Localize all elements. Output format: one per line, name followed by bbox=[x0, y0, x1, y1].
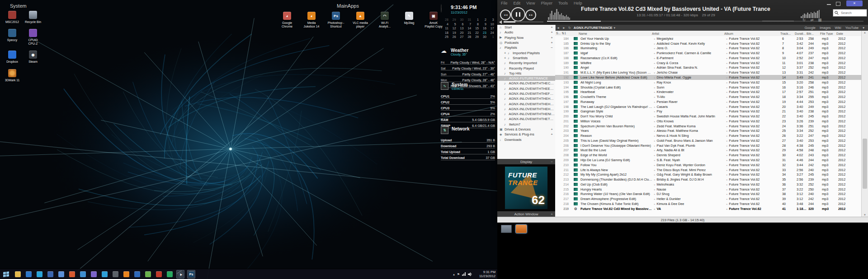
expand-icon[interactable]: + bbox=[551, 41, 555, 45]
network-tray-icon[interactable] bbox=[462, 272, 466, 276]
taskbar-app-icon[interactable] bbox=[90, 270, 98, 279]
taskbar-app-icon[interactable] bbox=[100, 270, 108, 279]
taskbar-app-icon[interactable] bbox=[24, 270, 33, 279]
track-row[interactable]: 186Illuminating+Jens O.+Future Trance Vo… bbox=[555, 46, 862, 51]
expand-icon[interactable]: + bbox=[551, 132, 555, 136]
scroll-down-icon[interactable]: ▼ bbox=[862, 214, 868, 216]
restore-button[interactable] bbox=[836, 2, 840, 6]
breadcrumb[interactable]: AGNX-FUTURETRANCE bbox=[574, 26, 613, 30]
volume-tray-icon[interactable] bbox=[468, 272, 472, 276]
tree-item[interactable]: ↓Downloads bbox=[497, 137, 555, 142]
track-row[interactable]: 213Donnersong (Thunder Buddies) (DJ D.M.… bbox=[555, 177, 862, 182]
track-row[interactable]: 197Runaway+Persian Raver+Future Trance V… bbox=[555, 99, 862, 104]
tree-item[interactable]: ♪AGNX-INLOVEWITHTHECLU... bbox=[497, 81, 555, 86]
track-row[interactable]: 201Million Voices+Otto Knows+Future Tran… bbox=[555, 119, 862, 124]
taskbar-app-icon[interactable] bbox=[79, 270, 87, 279]
search-link-wiki[interactable]: Wiki bbox=[835, 26, 841, 30]
track-row[interactable]: 198The Last Laugh (DJ Gigadance Vs Raind… bbox=[555, 104, 862, 109]
album-art[interactable]: FUTURE TRANCE 62 bbox=[505, 167, 547, 209]
expand-icon[interactable]: + bbox=[551, 36, 555, 40]
desktop-icon-speccy[interactable]: Speccy bbox=[2, 29, 23, 46]
volume-slider[interactable] bbox=[504, 21, 543, 23]
track-row[interactable]: 190Angel+Adrian Sina Feat. Sandra N.+Fut… bbox=[555, 65, 862, 70]
dock-window-icon[interactable] bbox=[501, 225, 512, 233]
search-link-images[interactable]: Images bbox=[820, 26, 831, 30]
track-row[interactable]: 216Running Water (10 Years) (Ole Van Dan… bbox=[555, 192, 862, 197]
track-row[interactable]: 199Gangman Style+Psy+Future Trance Vol.6… bbox=[555, 109, 862, 114]
tree-item[interactable]: +♪Imported Playlists bbox=[497, 50, 555, 55]
column-header-6[interactable]: Bitr... bbox=[806, 32, 819, 35]
secondary-volume-slider[interactable] bbox=[762, 21, 794, 21]
column-header-4[interactable]: Track... bbox=[779, 32, 794, 35]
desktop-icon-wifi-analytic[interactable]: ◠Wi-Fi Analyti... bbox=[374, 12, 395, 28]
desktop-icon-steam[interactable]: ◉Steam bbox=[23, 51, 43, 64]
desktop-icon-photoshop[interactable]: PsPhotoshop - Shortcut bbox=[326, 12, 346, 28]
display-panel-header[interactable]: Display − bbox=[497, 159, 555, 164]
menu-view[interactable]: View bbox=[526, 1, 535, 5]
track-row[interactable]: 192Love Like Never Before (Addicted Craz… bbox=[555, 75, 862, 80]
search-input[interactable] bbox=[840, 10, 865, 15]
track-row[interactable]: 218The Chosen (Kimura & Tube Tonic Edit)… bbox=[555, 201, 862, 206]
track-row[interactable]: 191M.E.L.L.Y. (My Eyes Like Loving You) … bbox=[555, 70, 862, 75]
desktop-icon-recycle-bin[interactable]: Recycle Bin bbox=[23, 11, 43, 24]
track-row[interactable]: 203Years+Alesso Feat. Matthew Koma+Futur… bbox=[555, 129, 862, 134]
track-row[interactable]: 189Wildfire+Crazy & Corza+Future Trance … bbox=[555, 60, 862, 65]
tree-item[interactable]: ♪AGNX-INLOVEWITHTHEHAR... bbox=[497, 101, 555, 106]
action-window-header[interactable]: Action Window + bbox=[497, 211, 555, 217]
expand-icon[interactable]: − bbox=[551, 46, 555, 50]
menu-file[interactable]: File bbox=[501, 1, 508, 5]
taskbar-app-icon[interactable] bbox=[57, 270, 65, 279]
tree-item[interactable]: ♪AGNX-INLOVEWITHTHENIGH... bbox=[497, 112, 555, 116]
tree-item[interactable]: ⌂Start+ bbox=[497, 25, 555, 30]
dock-active-app-icon[interactable] bbox=[516, 225, 527, 233]
player-title-bar[interactable]: FileEditViewPlayerToolsHelp ◄◄ ►► Future… bbox=[497, 0, 868, 25]
expand-icon[interactable]: + bbox=[551, 127, 555, 131]
taskbar-app-icon[interactable] bbox=[133, 270, 141, 279]
start-button[interactable] bbox=[0, 269, 12, 279]
breadcrumb-dropdown-icon[interactable]: ▾ bbox=[614, 26, 616, 30]
tree-item[interactable]: ♪ilwtcm7 bbox=[497, 122, 555, 127]
expand-icon[interactable]: + bbox=[551, 212, 553, 216]
scrollbar-thumb[interactable] bbox=[863, 139, 867, 189]
desktop-icon-google-chrome[interactable]: ◕Google Chrome bbox=[277, 12, 297, 28]
column-header-5[interactable]: Durati... bbox=[794, 32, 806, 35]
collapse-icon[interactable]: − bbox=[551, 160, 553, 164]
column-header-2[interactable]: Artist bbox=[651, 32, 723, 35]
back-icon[interactable]: ◄ bbox=[557, 26, 560, 29]
track-row[interactable]: 214Get Up (Club Edit)+Metrofreaks+Future… bbox=[555, 182, 862, 187]
track-row[interactable]: 212My My My (Coming Apart) 2k12+G&g Feat… bbox=[555, 172, 862, 177]
tree-item[interactable]: ◎Podcasts+ bbox=[497, 40, 555, 45]
tree-item[interactable]: ▣Drives & Devices+ bbox=[497, 127, 555, 132]
tree-item[interactable]: ♪AGNX-FUTURETRANCE bbox=[497, 76, 555, 81]
taskbar-app-icon[interactable] bbox=[155, 270, 163, 279]
tree-item[interactable]: ♪Audio+ bbox=[497, 30, 555, 35]
desktop-icon-dropbox[interactable]: Dropbox bbox=[2, 51, 23, 64]
previous-track-button[interactable]: ◄◄ bbox=[500, 9, 511, 20]
search-link-youtube[interactable]: YouTube bbox=[845, 26, 859, 30]
column-header-7[interactable]: File Type bbox=[819, 32, 835, 35]
tree-item[interactable]: ♪Top Hits bbox=[497, 71, 555, 76]
chevron-down-icon[interactable]: ▾ bbox=[863, 26, 864, 30]
track-row[interactable]: 207Must Be the Love+Arty, Nadia Ali & Bt… bbox=[555, 148, 862, 153]
column-header-1[interactable]: Name bbox=[578, 32, 651, 35]
pause-button[interactable] bbox=[511, 7, 525, 22]
track-row[interactable]: 215Hungry Hearts+Nause+Future Trance Vol… bbox=[555, 187, 862, 192]
column-header-0[interactable]: S... ⇅1 bbox=[555, 32, 578, 35]
tree-item[interactable]: ♪AGNX-INLOVEWITHTHEEUR... bbox=[497, 86, 555, 91]
track-row[interactable]: 210Follow You+Deniz Koyu Feat. Wynter Go… bbox=[555, 163, 862, 167]
taskbar-app-icon[interactable] bbox=[46, 270, 54, 279]
desktop-icon-cpu-z[interactable]: CPUID CPU-Z bbox=[23, 29, 43, 46]
repeat-icon[interactable]: ↻ bbox=[802, 18, 806, 22]
tree-item[interactable]: +♪Smartlists bbox=[497, 56, 555, 60]
desktop-icon-msc2012[interactable]: MSC2012 bbox=[2, 11, 23, 24]
menu-edit[interactable]: Edit bbox=[514, 1, 521, 5]
track-row[interactable]: 206I Don't Deserve You (Giuseppe Ottavia… bbox=[555, 143, 862, 148]
taskbar-app-icon[interactable] bbox=[35, 270, 43, 279]
desktop-icon-mp3tag[interactable]: ✎Mp3tag bbox=[399, 12, 420, 28]
close-button[interactable]: × bbox=[846, 0, 863, 6]
taskbar-app-icon[interactable] bbox=[111, 270, 119, 279]
track-row[interactable]: 205This is Love (David May Orginal Remix… bbox=[555, 138, 862, 143]
track-row[interactable]: 184Get Your Hands Up+Megastylez+Future T… bbox=[555, 36, 862, 41]
taskbar-clock[interactable]: 9:31 PM 11/23/2012 bbox=[475, 270, 495, 279]
track-row[interactable]: 185Drinks Up to the Sky+Addicted Craze F… bbox=[555, 41, 862, 46]
